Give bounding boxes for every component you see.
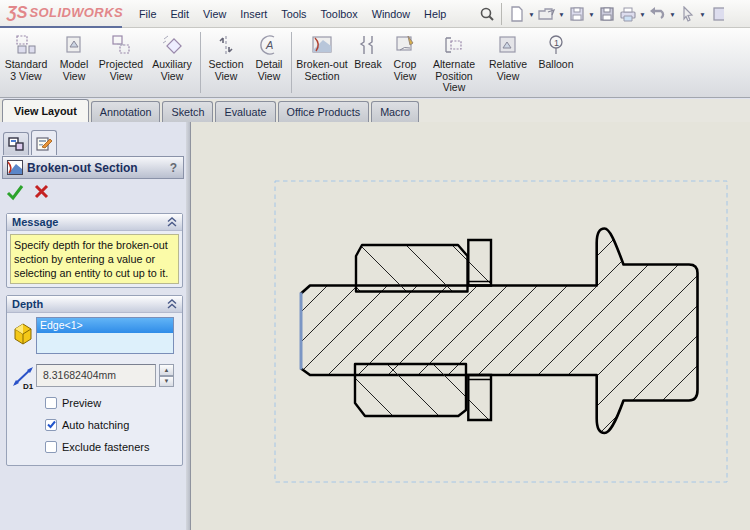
dropdown-arrow-icon[interactable]: ▼	[587, 2, 596, 26]
help-button[interactable]: ?	[170, 161, 179, 175]
tab-office-products[interactable]: Office Products	[278, 101, 370, 122]
standard-3-view-button[interactable]: Standard 3 View	[0, 28, 52, 97]
collar-bottom-outline[interactable]	[355, 364, 466, 416]
ribbon-button-label: Detail View	[256, 59, 283, 82]
auxiliary-view-icon	[161, 33, 183, 57]
checkbox-row-exclude-fasteners: Exclude fasteners	[45, 440, 182, 453]
menu-help[interactable]: Help	[417, 0, 453, 27]
solidworks-window: ƷS SOLIDWORKS FileEditViewInsertToolsToo…	[0, 0, 750, 530]
checkbox-row-preview: Preview	[45, 396, 182, 409]
menu-toolbox[interactable]: Toolbox	[313, 0, 364, 27]
tab-evaluate[interactable]: Evaluate	[215, 101, 275, 122]
dropdown-arrow-icon[interactable]: ▼	[698, 2, 707, 26]
dropdown-arrow-icon[interactable]: ▼	[638, 2, 647, 26]
property-manager-panel: Broken-out Section ? Message Speci	[0, 122, 186, 530]
auto-hatching-checkbox[interactable]	[45, 419, 57, 431]
ok-button[interactable]	[6, 184, 24, 201]
depth-group-header[interactable]: Depth	[7, 296, 182, 313]
checkbox-label: Auto hatching	[62, 419, 129, 431]
spinner-up-button[interactable]: ▲	[159, 364, 174, 376]
save-icon[interactable]	[566, 2, 587, 26]
tab-sketch[interactable]: Sketch	[162, 101, 213, 122]
menu-window[interactable]: Window	[365, 0, 417, 27]
svg-text:A: A	[265, 39, 273, 51]
message-group-header[interactable]: Message	[7, 214, 182, 231]
menu-view[interactable]: View	[196, 0, 233, 27]
svg-text:1: 1	[554, 38, 559, 48]
auxiliary-view-button[interactable]: Auxiliary View	[146, 28, 198, 97]
quick-access-toolbar: ▼▼▼▼▼▼	[476, 0, 728, 28]
undo-icon[interactable]	[647, 2, 668, 26]
menu-file[interactable]: File	[132, 0, 163, 27]
break-icon	[357, 33, 379, 57]
balloon-icon: 1	[545, 33, 567, 57]
ribbon-button-label: Standard 3 View	[5, 59, 48, 82]
checkbox-label: Exclude fasteners	[62, 441, 149, 453]
depth-selection-listbox[interactable]: Edge<1>	[36, 317, 174, 354]
depth-group: Depth Edge<1>	[6, 295, 183, 466]
preview-checkbox[interactable]	[45, 397, 57, 409]
feature-manager-tab[interactable]	[3, 132, 29, 155]
command-tab-bar: View LayoutAnnotationSketchEvaluateOffic…	[0, 99, 750, 122]
relative-view-button[interactable]: Relative View	[484, 28, 532, 97]
ribbon-button-label: Model View	[60, 59, 89, 82]
selected-entity[interactable]: Edge<1>	[37, 318, 173, 333]
exclude-fasteners-checkbox[interactable]	[45, 441, 57, 453]
collapse-chevron-icon	[167, 299, 177, 309]
search-icon[interactable]	[476, 2, 497, 26]
clipped-icon-icon[interactable]	[707, 2, 728, 26]
checkbox-row-auto-hatching: Auto hatching	[45, 418, 182, 431]
ribbon-separator	[291, 32, 292, 93]
projected-view-button[interactable]: Projected View	[96, 28, 146, 97]
depth-value-input[interactable]: 8.31682404mm	[36, 364, 156, 387]
model-view-button[interactable]: Model View	[52, 28, 96, 97]
select-cursor-icon[interactable]	[677, 2, 698, 26]
ring-top-outline[interactable]	[468, 240, 491, 286]
drawing-view	[191, 122, 750, 530]
new-document-icon[interactable]	[506, 2, 527, 26]
dropdown-arrow-icon[interactable]: ▼	[557, 2, 566, 26]
save-as-icon[interactable]	[596, 2, 617, 26]
menu-edit[interactable]: Edit	[163, 0, 196, 27]
ribbon-button-label: Section View	[208, 59, 243, 82]
depth-options: PreviewAuto hatchingExclude fasteners	[7, 396, 182, 453]
section-view-button[interactable]: Section View	[203, 28, 249, 97]
relative-view-icon	[497, 33, 519, 57]
ribbon-separator	[200, 32, 201, 93]
print-icon[interactable]	[617, 2, 638, 26]
depth-group-title: Depth	[12, 298, 167, 310]
crop-view-icon	[394, 33, 416, 57]
property-manager-tab[interactable]	[31, 130, 57, 155]
detail-view-button[interactable]: ADetail View	[249, 28, 289, 97]
drawing-canvas[interactable]	[191, 122, 750, 530]
tab-annotation[interactable]: Annotation	[91, 101, 161, 122]
tab-view-layout[interactable]: View Layout	[2, 99, 89, 122]
ribbon-button-label: Broken-out Section	[296, 59, 347, 82]
depth-value-spinner: ▲ ▼	[159, 364, 174, 387]
open-document-icon[interactable]	[536, 2, 557, 26]
ribbon-button-label: Projected View	[99, 59, 143, 82]
spinner-down-button[interactable]: ▼	[159, 376, 174, 388]
broken-out-section-button[interactable]: Broken-out Section	[294, 28, 350, 97]
broken-out-section-icon	[7, 160, 23, 175]
break-button[interactable]: Break	[350, 28, 386, 97]
property-manager-icon	[36, 135, 53, 152]
dropdown-arrow-icon[interactable]: ▼	[668, 2, 677, 26]
cancel-button[interactable]	[34, 184, 49, 199]
tab-macro[interactable]: Macro	[371, 101, 419, 122]
dropdown-arrow-icon[interactable]: ▼	[527, 2, 536, 26]
balloon-button[interactable]: 1Balloon	[532, 28, 580, 97]
standard-3-view-icon	[15, 33, 37, 57]
collar-top-outline[interactable]	[356, 245, 468, 292]
collapse-chevron-icon	[167, 217, 177, 227]
menu-insert[interactable]: Insert	[233, 0, 274, 27]
panel-actions	[6, 184, 49, 201]
ring-bottom-outline[interactable]	[468, 375, 491, 420]
model-view-icon	[63, 33, 85, 57]
broken-out-section-icon	[311, 33, 333, 57]
crop-view-button[interactable]: Crop View	[386, 28, 424, 97]
ribbon-button-label: Relative View	[489, 59, 527, 82]
solidworks-logo: ƷS SOLIDWORKS	[0, 0, 122, 28]
alternate-position-view-button[interactable]: Alternate Position View	[424, 28, 484, 97]
menu-tools[interactable]: Tools	[274, 0, 313, 27]
